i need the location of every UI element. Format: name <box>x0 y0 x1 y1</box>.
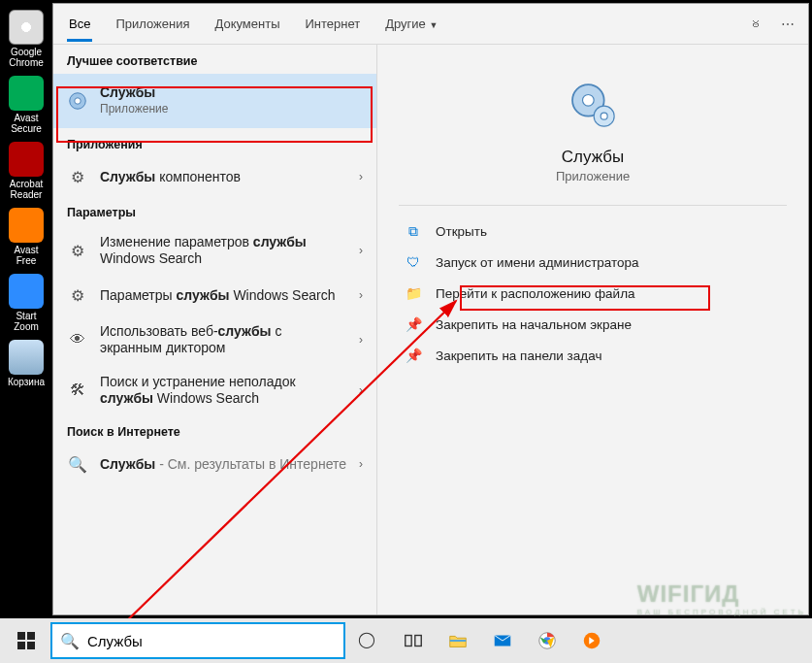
svg-rect-12 <box>415 636 421 646</box>
watermark: WIFIГИД ВАШ БЕСПРОВОДНОЙ СЕТЬ <box>637 580 806 616</box>
action-pin-taskbar[interactable]: 📌 Закрепить на панели задач <box>399 340 787 371</box>
more-icon[interactable]: ⋯ <box>781 17 795 32</box>
svg-point-5 <box>601 113 607 119</box>
tab-internet[interactable]: Интернет <box>303 6 362 42</box>
desktop-icon-recycle-bin[interactable]: Корзина <box>3 340 49 387</box>
services-large-icon <box>566 78 620 132</box>
search-input[interactable] <box>87 633 336 649</box>
result-best-services[interactable]: СлужбыПриложение <box>53 74 376 128</box>
action-run-as-admin[interactable]: 🛡 Запуск от имени администратора <box>399 247 787 278</box>
narrator-icon: 👁 <box>67 329 88 350</box>
result-param-1[interactable]: ⚙ Изменение параметров службы Windows Se… <box>53 225 376 276</box>
gear-icon <box>67 90 88 112</box>
chevron-right-icon: › <box>359 457 363 471</box>
troubleshoot-icon: 🛠 <box>67 380 88 401</box>
task-view-icon[interactable] <box>392 618 435 663</box>
result-param-2[interactable]: ⚙ Параметры службы Windows Search › <box>53 276 376 315</box>
pin-icon: 📌 <box>405 315 422 333</box>
search-icon: 🔍 <box>60 632 80 650</box>
tab-apps[interactable]: Приложения <box>114 6 191 42</box>
details-pane: Службы Приложение ⧉ Открыть 🛡 Запуск от … <box>377 45 808 614</box>
pin-icon: 📌 <box>405 347 422 364</box>
svg-rect-10 <box>27 642 35 649</box>
svg-rect-7 <box>17 632 25 640</box>
result-param-3[interactable]: 👁 Использовать веб-службы с экранным дик… <box>53 315 376 365</box>
details-subtitle: Приложение <box>399 169 787 183</box>
section-web: Поиск в Интернете <box>53 415 376 445</box>
section-apps: Приложения <box>53 128 376 157</box>
svg-point-3 <box>583 95 595 107</box>
section-best-match: Лучшее соответствие <box>53 45 376 74</box>
desktop-icon-zoom[interactable]: Start Zoom <box>3 274 49 332</box>
avast-taskbar-icon[interactable] <box>570 618 613 663</box>
chrome-taskbar-icon[interactable] <box>526 618 568 663</box>
settings-icon: ⚙ <box>67 284 88 306</box>
tab-all[interactable]: Все <box>67 6 92 42</box>
svg-rect-8 <box>27 632 35 640</box>
svg-rect-11 <box>406 636 411 646</box>
cortana-icon[interactable]: ◯ <box>347 618 390 663</box>
search-panel: Все Приложения Документы Интернет Другие… <box>52 3 809 615</box>
desktop-icon-avast-secure[interactable]: Avast Secure Browser <box>3 76 49 134</box>
svg-point-1 <box>75 98 81 104</box>
action-pin-start[interactable]: 📌 Закрепить на начальном экране <box>399 309 787 340</box>
chevron-right-icon: › <box>359 288 363 302</box>
details-title: Службы <box>399 148 787 167</box>
chevron-right-icon: › <box>359 333 363 347</box>
result-web-search[interactable]: 🔍 Службы - См. результаты в Интернете › <box>53 445 376 483</box>
chevron-right-icon: › <box>359 170 363 183</box>
desktop-icon-acrobat[interactable]: Acrobat Reader <box>3 142 49 200</box>
taskbar-search-box[interactable]: 🔍 <box>50 622 345 659</box>
action-open[interactable]: ⧉ Открыть <box>399 215 787 247</box>
search-icon: 🔍 <box>67 453 88 475</box>
open-icon: ⧉ <box>405 222 422 240</box>
file-explorer-icon[interactable] <box>437 618 479 663</box>
mail-icon[interactable] <box>481 618 524 663</box>
taskbar: 🔍 ◯ <box>0 618 812 663</box>
start-button[interactable] <box>4 618 49 663</box>
desktop-icon-chrome[interactable]: Google Chrome <box>3 10 49 68</box>
svg-rect-9 <box>17 642 25 649</box>
section-settings: Параметры <box>53 196 376 225</box>
desktop-icon-avast-free[interactable]: Avast Free Antivirus <box>3 208 49 266</box>
settings-icon: ⚙ <box>67 240 88 261</box>
gear-plus-icon: ⚙ <box>67 166 88 187</box>
tab-documents[interactable]: Документы <box>212 6 281 42</box>
tab-other[interactable]: Другие ▼ <box>383 6 439 42</box>
search-tabs: Все Приложения Документы Интернет Другие… <box>53 4 808 45</box>
feedback-icon[interactable]: ఠ <box>750 17 763 32</box>
chevron-right-icon: › <box>359 244 363 257</box>
svg-rect-13 <box>450 640 467 642</box>
action-open-location[interactable]: 📁 Перейти к расположению файла <box>399 278 787 309</box>
folder-icon: 📁 <box>405 284 422 302</box>
result-param-4[interactable]: 🛠 Поиск и устранение неполадок службы Wi… <box>53 365 376 415</box>
shield-icon: 🛡 <box>405 253 422 271</box>
result-component-services[interactable]: ⚙ Службы компонентов › <box>53 157 376 196</box>
desktop: Google Chrome Avast Secure Browser Acrob… <box>0 0 52 612</box>
results-list: Лучшее соответствие СлужбыПриложение При… <box>53 45 377 614</box>
chevron-right-icon: › <box>359 383 363 397</box>
